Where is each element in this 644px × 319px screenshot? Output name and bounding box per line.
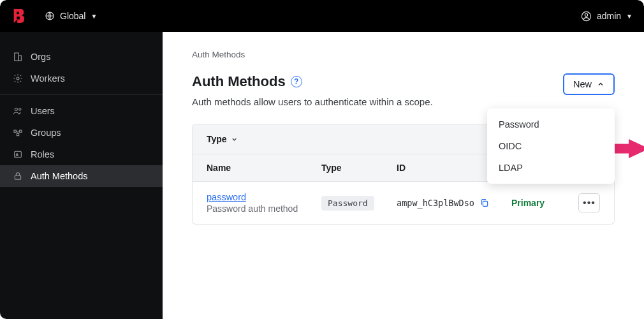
new-dropdown: Password OIDC LDAP	[487, 108, 615, 184]
chevron-down-icon	[231, 136, 238, 143]
sidebar-item-label: Auth Methods	[31, 171, 87, 181]
sidebar-item-label: Roles	[31, 149, 54, 160]
help-icon[interactable]: ?	[291, 76, 302, 87]
page-title: Auth Methods	[192, 73, 286, 90]
svg-rect-11	[20, 130, 22, 132]
chevron-up-icon	[597, 80, 604, 88]
dropdown-item-ldap[interactable]: LDAP	[487, 157, 615, 179]
sidebar-item-label: Orgs	[31, 52, 50, 62]
chevron-down-icon: ▼	[626, 13, 633, 20]
user-circle-icon	[581, 11, 592, 22]
sidebar-item-label: Users	[31, 106, 55, 116]
svg-rect-10	[14, 130, 16, 132]
scope-label: Global	[60, 11, 85, 21]
sidebar-item-label: Workers	[31, 73, 65, 84]
svg-rect-0	[17, 12, 19, 15]
page-subtitle: Auth methods allow users to authenticate…	[192, 96, 433, 107]
svg-point-9	[19, 108, 21, 110]
copy-icon[interactable]	[479, 198, 490, 208]
users-icon	[13, 106, 23, 116]
auth-method-link[interactable]: password	[207, 192, 246, 202]
roles-icon	[13, 149, 23, 160]
filter-type-label: Type	[207, 134, 227, 144]
new-button[interactable]: New	[563, 73, 615, 95]
sidebar-item-label: Groups	[31, 128, 61, 138]
globe-icon	[45, 11, 55, 21]
groups-icon	[13, 128, 23, 138]
sidebar-item-orgs[interactable]: Orgs	[0, 46, 163, 68]
type-chip: Password	[321, 196, 374, 211]
sidebar-item-workers[interactable]: Workers	[0, 68, 163, 89]
new-button-label: New	[573, 79, 592, 89]
scope-picker[interactable]: Global ▼	[45, 11, 97, 21]
user-label: admin	[597, 11, 621, 21]
svg-rect-12	[17, 133, 18, 135]
svg-rect-15	[15, 175, 20, 179]
sidebar-item-roles[interactable]: Roles	[0, 144, 163, 165]
sidebar-item-auth-methods[interactable]: Auth Methods	[0, 165, 163, 187]
dropdown-item-password[interactable]: Password	[487, 114, 615, 135]
svg-point-4	[585, 13, 587, 16]
svg-rect-6	[18, 56, 21, 61]
breadcrumb: Auth Methods	[192, 50, 615, 59]
col-name: Name	[207, 163, 321, 173]
svg-point-8	[15, 108, 17, 110]
auth-method-desc: Password auth method	[207, 204, 321, 214]
sidebar-item-users[interactable]: Users	[0, 100, 163, 122]
svg-rect-5	[15, 53, 19, 61]
table-row: password Password auth method Password a…	[193, 182, 614, 224]
sidebar: Orgs Workers Users Groups Roles	[0, 32, 163, 319]
page-title-row: Auth Methods ?	[192, 73, 433, 90]
svg-rect-1	[17, 17, 20, 20]
topbar: Global ▼ admin ▼	[0, 0, 644, 32]
app-logo	[11, 8, 26, 24]
svg-rect-16	[483, 201, 487, 206]
auth-method-id: ampw_hC3plBwDso	[397, 198, 474, 208]
workers-icon	[13, 73, 23, 84]
svg-point-14	[16, 154, 18, 156]
sidebar-divider	[0, 94, 163, 95]
primary-badge: Primary	[511, 198, 545, 208]
orgs-icon	[13, 52, 23, 62]
user-menu[interactable]: admin ▼	[581, 11, 633, 22]
lock-icon	[13, 171, 23, 181]
row-actions-button[interactable]: •••	[578, 193, 600, 212]
chevron-down-icon: ▼	[91, 13, 97, 20]
dropdown-item-oidc[interactable]: OIDC	[487, 135, 615, 157]
filter-type[interactable]: Type	[207, 134, 238, 144]
sidebar-item-groups[interactable]: Groups	[0, 122, 163, 144]
svg-point-7	[17, 77, 19, 80]
col-type: Type	[321, 163, 397, 173]
content-area: Auth Methods Auth Methods ? Auth methods…	[163, 32, 644, 319]
